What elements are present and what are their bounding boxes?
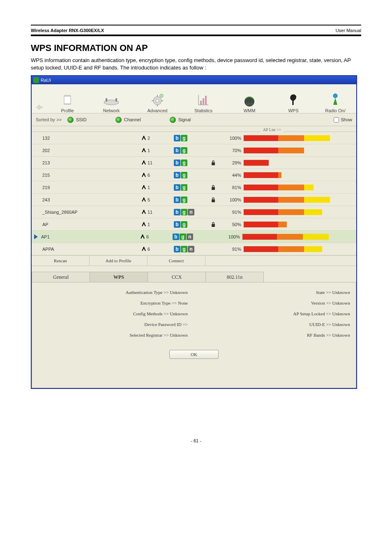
cell-signal: 100% [222,197,244,202]
ap-list-label: AP List >> [261,127,284,132]
cell-ssid: 243 [32,197,141,202]
cell-channel: 6 [141,246,174,252]
wps-uuid-e: UUID-E >> Unknown [309,322,350,327]
table-row[interactable]: AP16bgn100% [32,231,356,243]
svg-rect-12 [200,101,202,105]
sort-bar: Sorted by >> SSID Channel Signal Show [32,113,356,126]
cell-bar [244,148,356,153]
cell-bar [242,234,356,240]
svg-point-28 [143,222,145,223]
ok-button[interactable]: OK [169,350,219,359]
svg-point-30 [142,234,143,236]
cell-channel: 2 [141,135,174,141]
svg-rect-1 [64,95,71,97]
cell-channel: 1 [141,185,174,190]
svg-point-25 [143,197,145,199]
cell-ssid: AP1 [38,234,140,239]
cell-ssid: _Shiang_2860AP [32,210,141,215]
svg-point-11 [160,94,163,97]
svg-point-6 [156,99,159,102]
sort-ssid[interactable]: SSID [67,117,87,123]
cell-channel: 6 [140,234,173,240]
tab-wmm[interactable]: QoS WMM [226,92,272,113]
table-row[interactable]: 2156bg44% [32,169,356,181]
svg-rect-26 [212,199,215,202]
tab-network[interactable]: Network [88,95,134,113]
cell-bar [244,209,356,215]
cell-modes: bg [174,135,211,141]
table-row[interactable]: 21311bg29% [32,157,356,169]
wps-state: State >> Unknown [316,290,350,295]
wps-auth-type: Authentication Type >> Unknown [126,290,188,295]
doc-header-left: Wireless Adapter RNX-G300EX/LX [31,28,104,33]
svg-rect-29 [212,224,215,227]
tab-80211n[interactable]: 802.11n [205,272,264,282]
app-icon [33,77,39,83]
cell-bar [244,197,356,203]
sort-channel[interactable]: Channel [115,117,141,123]
tab-wps-detail[interactable]: WPS [90,272,148,282]
table-row[interactable]: AP1bg50% [32,218,356,231]
show-checkbox[interactable]: Show [332,116,352,124]
table-row[interactable]: _Shiang_2860AP11bgn91% [32,206,356,218]
tab-wps[interactable]: WPS [272,92,314,113]
svg-point-31 [143,247,145,248]
app-window: RaUI Profile Network Advanced Statistics… [31,75,357,389]
cell-signal: 91% [222,247,244,252]
cell-modes: bg [174,184,211,191]
tab-profile[interactable]: Profile [46,92,88,113]
svg-point-20 [143,160,145,162]
table-row[interactable]: 2021bg70% [32,144,356,157]
table-row[interactable]: 2435bg100% [32,194,356,206]
tab-radio[interactable]: Radio On/ [314,92,356,113]
sort-signal[interactable]: Signal [170,117,191,123]
cell-signal: 50% [222,222,244,227]
cell-modes: bg [174,197,211,203]
wps-enc-type: Encryption Type >> None [141,301,188,305]
connect-button[interactable]: Connect [148,256,205,266]
add-to-profile-button[interactable]: Add to Profile [90,256,148,266]
cell-bar [244,160,356,166]
svg-point-22 [143,173,145,174]
detail-tabs: General WPS CCX 802.11n [32,272,356,282]
table-row[interactable]: 1322bg100% [32,132,356,144]
wps-ap-setup-locked: AP Setup Locked >> Unknown [293,311,350,316]
tab-ccx[interactable]: CCX [148,272,206,282]
page-number: - 61 - [0,438,392,443]
cell-bar [244,135,356,141]
svg-point-27 [143,210,145,211]
tab-advanced[interactable]: Advanced [134,92,180,113]
doc-header-right: User Manual [336,28,361,33]
cell-ssid: 213 [32,160,141,165]
cell-bar [244,246,356,252]
cell-signal: 100% [222,136,244,141]
svg-rect-14 [205,96,207,105]
cell-bar [244,222,356,227]
cell-signal: 91% [222,210,244,215]
tab-general[interactable]: General [32,272,90,282]
cell-ssid: 132 [32,136,141,141]
action-buttons: Rescan Add to Profile Connect [32,255,356,266]
cell-modes: bg [174,172,211,178]
cell-modes: bg [174,221,211,228]
wps-panel: Authentication Type >> Unknown Encryptio… [32,282,356,388]
table-row[interactable]: APPA6bgn91% [32,243,356,255]
cell-channel: 5 [141,197,174,203]
svg-point-17 [333,94,337,98]
svg-rect-4 [115,98,117,102]
cell-ssid: 215 [32,173,141,178]
table-row[interactable]: 2191bg81% [32,181,356,194]
cell-signal: 100% [221,234,242,239]
sorted-by-label: Sorted by >> [36,117,62,122]
back-icon[interactable] [35,102,43,113]
rescan-button[interactable]: Rescan [32,256,90,266]
cell-signal: 70% [222,148,244,153]
section-title: WPS INFORMATION ON AP [31,43,361,53]
cell-modes: bgn [174,209,211,215]
svg-rect-21 [212,162,215,165]
svg-rect-3 [106,98,107,102]
cell-channel: 11 [141,209,174,215]
cell-ssid: 202 [32,148,141,153]
svg-point-19 [143,148,145,149]
tab-statistics[interactable]: Statistics [180,92,226,113]
